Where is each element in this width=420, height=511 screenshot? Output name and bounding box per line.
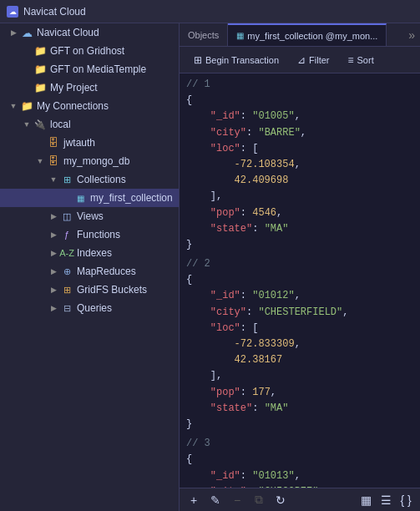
folder-blue-icon: 📁 [33, 63, 47, 76]
sidebar-item-my-project[interactable]: 📁My Project [0, 78, 179, 97]
tab-objects-label: Objects [188, 30, 219, 40]
json-view-icon: { } [400, 493, 411, 507]
sidebar-item-my-connections[interactable]: 📁My Connections [0, 97, 179, 115]
sidebar-item-my-first-collection[interactable]: ▦my_first_collection [0, 189, 179, 207]
sort-label: Sort [357, 55, 374, 65]
grid-view-button[interactable]: ▦ [357, 491, 375, 509]
db-icon: 🗄 [47, 154, 60, 168]
edit-icon: ✎ [210, 493, 220, 507]
tab-overflow[interactable]: » [403, 23, 420, 46]
sidebar-label-my-mongo-db: my_mongo_db [63, 155, 129, 167]
grid-view-icon: ▦ [361, 493, 372, 507]
json-view-button[interactable]: { } [397, 491, 415, 509]
json-comment-2: // 3 [186, 436, 413, 452]
sidebar-item-queries[interactable]: ⊟Queries [0, 299, 179, 317]
sidebar-item-jwtauth[interactable]: 🗄jwtauth [0, 134, 179, 152]
query-icon: ⊟ [60, 301, 73, 315]
add-icon: + [190, 493, 197, 507]
sidebar-item-views[interactable]: ◫Views [0, 207, 179, 225]
folder-blue-icon: 📁 [33, 44, 47, 58]
filter-icon: ⊿ [297, 54, 306, 66]
app-icon: ☁ [7, 6, 18, 18]
sidebar-label-gridfs-buckets: GridFS Buckets [77, 284, 147, 296]
add-record-button[interactable]: + [185, 491, 203, 509]
sidebar-item-indexes[interactable]: A-ZIndexes [0, 244, 179, 262]
json-record-2: // 3{ "_id": "01013", "city": "CHICOPEE"… [186, 436, 413, 488]
sidebar-label-my-connections: My Connections [37, 100, 109, 112]
sidebar-label-functions: Functions [77, 229, 120, 240]
sidebar-label-gft-mediatemple: GFT on MediaTemple [50, 63, 146, 75]
sidebar-label-collections: Collections [77, 174, 126, 185]
sidebar-item-navicat-cloud[interactable]: ☁Navicat Cloud [0, 23, 179, 42]
table-icon: ▦ [236, 31, 244, 40]
sidebar-label-jwtauth: jwtauth [63, 137, 95, 149]
index-icon: A-Z [60, 246, 73, 260]
tab-objects[interactable]: Objects [180, 23, 228, 46]
sidebar-item-functions[interactable]: ƒFunctions [0, 225, 179, 244]
tree-arrow-collections [47, 170, 60, 189]
conn-icon: 🔌 [33, 118, 47, 131]
json-line-1-8: "state": "MA" [186, 401, 413, 417]
json-line-0-5: 42.409698 [186, 173, 413, 189]
tab-bar: Objects ▦ my_first_collection @my_mon...… [180, 23, 420, 47]
tree-arrow-indexes [47, 244, 60, 262]
json-line-1-2: "city": "CHESTERFIELD", [186, 305, 413, 321]
sidebar-item-local[interactable]: 🔌local [0, 115, 179, 134]
refresh-button[interactable]: ↻ [271, 491, 290, 509]
tree-arrow-my-mongo-db [33, 152, 47, 170]
json-line-0-2: "city": "BARRE", [186, 125, 413, 141]
sidebar-item-my-mongo-db[interactable]: 🗄my_mongo_db [0, 152, 179, 170]
copy-record-button: ⧉ [250, 491, 268, 509]
json-line-0-8: "state": "MA" [186, 221, 413, 237]
json-line-2-0: { [186, 452, 413, 468]
bottom-bar: + ✎ − ⧉ ↻ ▦ ☰ { [180, 488, 420, 511]
folder-blue-icon: 📁 [33, 81, 47, 94]
sidebar-label-views: Views [77, 210, 104, 222]
tree-arrow-my-connections [7, 97, 20, 115]
begin-transaction-label: Begin Transaction [205, 55, 279, 65]
map-icon: ⊕ [60, 265, 73, 278]
sidebar-label-mapreduces: MapReduces [77, 266, 136, 277]
sidebar-label-gft-gridhost: GFT on Gridhost [50, 45, 124, 57]
json-content[interactable]: // 1{ "_id": "01005", "city": "BARRE", "… [180, 73, 420, 488]
json-line-1-9: } [186, 417, 413, 433]
sidebar-label-indexes: Indexes [77, 247, 112, 259]
json-line-1-0: { [186, 272, 413, 288]
sidebar-label-navicat-cloud: Navicat Cloud [37, 27, 99, 38]
tree-view-icon: ☰ [381, 493, 392, 507]
titlebar: ☁ Navicat Cloud [0, 0, 420, 23]
sort-button[interactable]: ≡ Sort [341, 51, 382, 69]
db-icon: 🗄 [47, 136, 60, 149]
sidebar-item-gft-mediatemple[interactable]: 📁GFT on MediaTemple [0, 60, 179, 78]
tree-arrow-gridfs-buckets [47, 281, 60, 299]
json-line-0-4: -72.108354, [186, 157, 413, 173]
begin-transaction-button[interactable]: ⊞ Begin Transaction [186, 51, 286, 69]
filter-button[interactable]: ⊿ Filter [290, 51, 337, 69]
json-line-1-4: -72.833309, [186, 336, 413, 352]
sidebar-item-gft-gridhost[interactable]: 📁GFT on Gridhost [0, 42, 179, 60]
tree-arrow-navicat-cloud [7, 23, 20, 42]
tree-view-button[interactable]: ☰ [377, 491, 395, 509]
sidebar-item-gridfs-buckets[interactable]: ⊞GridFS Buckets [0, 281, 179, 299]
cloud-icon: ☁ [20, 26, 33, 39]
json-line-1-3: "loc": [ [186, 321, 413, 336]
folder-blue-icon: 📁 [20, 99, 33, 113]
sidebar-item-collections[interactable]: ⊞Collections [0, 170, 179, 189]
filter-label: Filter [309, 55, 329, 65]
json-line-0-1: "_id": "01005", [186, 109, 413, 124]
sort-icon: ≡ [348, 54, 354, 66]
collections-icon: ⊞ [60, 173, 73, 186]
copy-icon: ⧉ [255, 493, 263, 507]
tab-collection[interactable]: ▦ my_first_collection @my_mon... [228, 23, 387, 46]
json-line-1-7: "pop": 177, [186, 385, 413, 401]
sidebar-label-local: local [50, 119, 71, 130]
cloud-icon: ☁ [9, 8, 17, 16]
delete-record-button: − [228, 491, 246, 509]
sidebar-item-mapreduces[interactable]: ⊕MapReduces [0, 262, 179, 281]
edit-record-button[interactable]: ✎ [206, 491, 225, 509]
json-line-2-1: "_id": "01013", [186, 468, 413, 484]
func-icon: ƒ [60, 228, 73, 241]
main-layout: ☁Navicat Cloud📁GFT on Gridhost📁GFT on Me… [0, 23, 420, 511]
tree-arrow-queries [47, 299, 60, 317]
table-icon: ▦ [73, 191, 87, 205]
